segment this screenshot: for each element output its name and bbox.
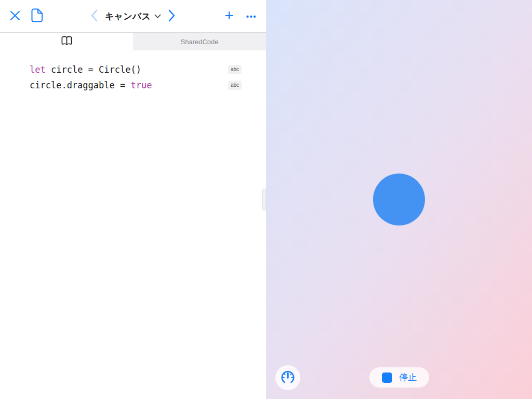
code-line-2[interactable]: circle.draggable = true abc xyxy=(0,77,266,93)
forward-page-button[interactable] xyxy=(168,9,176,23)
plus-icon: + xyxy=(224,8,234,23)
tab-sharedcode-label: SharedCode xyxy=(181,38,219,46)
stop-button-label: 停止 xyxy=(399,371,417,383)
code-editor-pane: キャンバス + ••• xyxy=(0,0,266,399)
chevron-right-icon xyxy=(168,9,176,23)
book-icon xyxy=(61,36,73,48)
chevron-left-icon xyxy=(90,9,98,23)
code-text: let circle = Circle() xyxy=(30,64,228,75)
close-button[interactable] xyxy=(9,10,21,23)
toolbar-center-group: キャンバス xyxy=(77,9,189,23)
more-options-button[interactable]: ••• xyxy=(246,12,257,20)
close-icon xyxy=(9,10,21,23)
result-badge[interactable]: abc xyxy=(228,65,242,74)
ellipsis-icon: ••• xyxy=(246,12,257,20)
swift-playgrounds-window: キャンバス + ••• xyxy=(0,0,532,399)
editor-tabbar: SharedCode xyxy=(0,32,266,50)
tab-sharedcode[interactable]: SharedCode xyxy=(133,33,266,50)
draggable-circle[interactable] xyxy=(373,174,425,225)
chevron-down-icon xyxy=(154,11,161,21)
add-button[interactable]: + xyxy=(224,9,234,23)
result-badge[interactable]: abc xyxy=(228,81,242,90)
new-document-button[interactable] xyxy=(31,8,43,24)
toolbar-left-group xyxy=(9,8,77,24)
toolbar-right-group: + ••• xyxy=(189,9,257,23)
document-icon xyxy=(31,8,43,24)
stop-button[interactable]: 停止 xyxy=(369,367,429,388)
page-title: キャンバス xyxy=(105,10,151,22)
stop-square-icon xyxy=(382,373,392,383)
code-editor[interactable]: let circle = Circle() abc circle.draggab… xyxy=(0,50,266,399)
gauge-icon xyxy=(280,369,296,387)
tab-guide[interactable] xyxy=(0,33,133,50)
page-title-menu[interactable]: キャンバス xyxy=(105,10,161,22)
code-line-1[interactable]: let circle = Circle() abc xyxy=(0,62,266,77)
pane-resize-handle[interactable] xyxy=(262,189,266,210)
code-text: circle.draggable = true xyxy=(30,80,228,90)
run-speed-button[interactable] xyxy=(275,365,300,390)
toolbar: キャンバス + ••• xyxy=(0,0,266,32)
back-page-button[interactable] xyxy=(90,9,98,23)
live-view-canvas: 停止 xyxy=(266,0,532,399)
